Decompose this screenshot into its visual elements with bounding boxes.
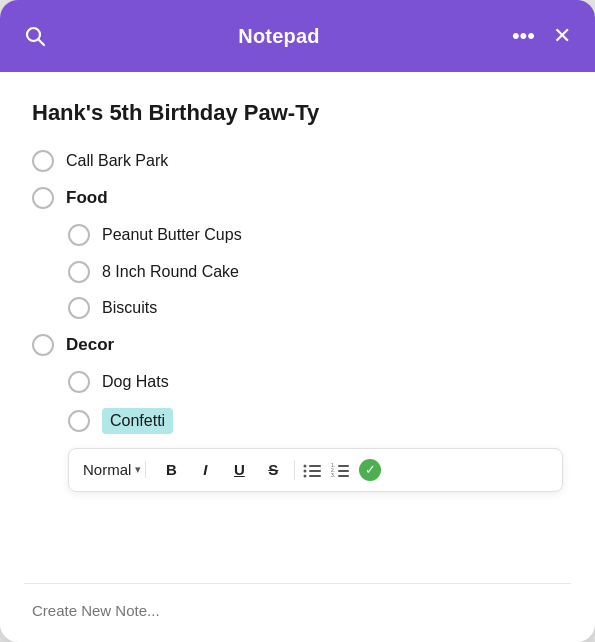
chevron-down-icon: ▾ bbox=[135, 463, 141, 476]
checkbox-decor[interactable] bbox=[32, 334, 54, 356]
toolbar-divider bbox=[294, 460, 295, 480]
ordered-list-icon[interactable]: 1. 2. 3. bbox=[331, 462, 351, 478]
svg-point-6 bbox=[304, 474, 307, 477]
svg-text:3.: 3. bbox=[331, 472, 335, 478]
list-item: 8 Inch Round Cake bbox=[68, 261, 563, 283]
list-item: Call Bark Park bbox=[32, 150, 563, 172]
unordered-list-icon[interactable] bbox=[303, 462, 323, 478]
item-label: Biscuits bbox=[102, 297, 157, 319]
page-title: Notepad bbox=[238, 25, 319, 48]
svg-rect-13 bbox=[338, 475, 349, 477]
list-item: Confetti bbox=[68, 408, 563, 434]
search-icon[interactable] bbox=[24, 25, 46, 47]
checkbox-8-inch-cake[interactable] bbox=[68, 261, 90, 283]
style-dropdown[interactable]: Normal ▾ bbox=[83, 461, 146, 478]
svg-rect-3 bbox=[309, 465, 321, 467]
italic-button[interactable]: I bbox=[192, 457, 218, 483]
checkbox-biscuits[interactable] bbox=[68, 297, 90, 319]
svg-rect-5 bbox=[309, 470, 321, 472]
svg-rect-11 bbox=[338, 470, 349, 472]
strikethrough-button[interactable]: S bbox=[260, 457, 286, 483]
footer bbox=[0, 584, 595, 642]
close-icon[interactable]: ✕ bbox=[553, 25, 571, 47]
item-label-group: Decor bbox=[66, 333, 114, 357]
item-label: Peanut Butter Cups bbox=[102, 224, 242, 246]
note-content: Hank's 5th Birthday Paw-Ty Call Bark Par… bbox=[0, 72, 595, 583]
list-item: Food bbox=[32, 186, 563, 210]
checkbox-dog-hats[interactable] bbox=[68, 371, 90, 393]
create-note-input[interactable] bbox=[32, 602, 563, 619]
svg-point-4 bbox=[304, 469, 307, 472]
checkbox-call-bark-park[interactable] bbox=[32, 150, 54, 172]
header-actions: ••• ✕ bbox=[512, 25, 571, 47]
svg-point-2 bbox=[304, 464, 307, 467]
confirm-button[interactable]: ✓ bbox=[359, 459, 381, 481]
style-label: Normal bbox=[83, 461, 131, 478]
list-item: Decor bbox=[32, 333, 563, 357]
item-label: 8 Inch Round Cake bbox=[102, 261, 239, 283]
item-label: Call Bark Park bbox=[66, 150, 168, 172]
svg-rect-7 bbox=[309, 475, 321, 477]
list-item: Biscuits bbox=[68, 297, 563, 319]
checkbox-confetti[interactable] bbox=[68, 410, 90, 432]
checkbox-food[interactable] bbox=[32, 187, 54, 209]
underline-button[interactable]: U bbox=[226, 457, 252, 483]
app-window: Notepad ••• ✕ Hank's 5th Birthday Paw-Ty… bbox=[0, 0, 595, 642]
svg-line-1 bbox=[39, 40, 45, 46]
header: Notepad ••• ✕ bbox=[0, 0, 595, 72]
checkbox-peanut-butter-cups[interactable] bbox=[68, 224, 90, 246]
more-icon[interactable]: ••• bbox=[512, 25, 535, 47]
list-item: Dog Hats bbox=[68, 371, 563, 393]
item-label-group: Food bbox=[66, 186, 108, 210]
item-label: Dog Hats bbox=[102, 371, 169, 393]
bold-button[interactable]: B bbox=[158, 457, 184, 483]
formatting-toolbar: Normal ▾ B I U S 1. bbox=[68, 448, 563, 492]
item-label-highlighted: Confetti bbox=[102, 408, 173, 434]
note-title: Hank's 5th Birthday Paw-Ty bbox=[32, 100, 563, 126]
list-item: Peanut Butter Cups bbox=[68, 224, 563, 246]
svg-rect-9 bbox=[338, 465, 349, 467]
